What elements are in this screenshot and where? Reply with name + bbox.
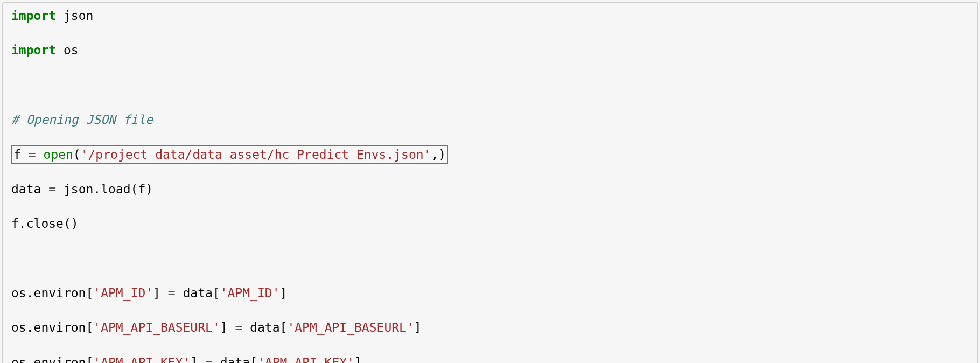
code-line: os.environ['APM_API_BASEURL'] = data['AP…	[11, 319, 969, 336]
keyword-import: import	[11, 9, 56, 23]
comment: # Opening JSON file	[11, 113, 153, 127]
builtin-open: open	[43, 148, 73, 162]
code-line-comment: # Opening JSON file	[11, 111, 969, 128]
keyword-import: import	[11, 43, 56, 57]
code-line: import os	[11, 41, 969, 59]
annotation-highlight-box: f = open('/project_data/data_asset/hc_Pr…	[11, 145, 448, 164]
code-line: os.environ['APM_ID'] = data['APM_ID']	[11, 284, 969, 302]
code-cell[interactable]: import json import os # Opening JSON fil…	[2, 2, 978, 363]
code-line: import json	[11, 7, 969, 24]
string-literal: '/project_data/data_asset/hc_Predict_Env…	[81, 148, 431, 162]
code-line: data = json.load(f)	[11, 180, 969, 198]
code-line: f.close()	[11, 215, 969, 232]
code-line: f = open('/project_data/data_asset/hc_Pr…	[11, 146, 969, 163]
code-line-blank	[11, 250, 969, 267]
code-line-blank	[11, 76, 969, 94]
code-line: os.environ['APM_API_KEY'] = data['APM_AP…	[11, 354, 969, 363]
